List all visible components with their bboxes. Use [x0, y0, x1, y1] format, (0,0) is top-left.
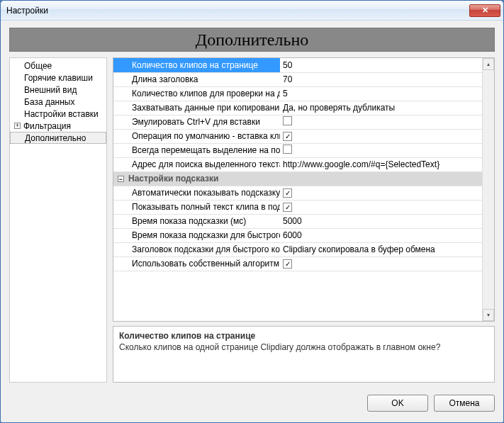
- cancel-button[interactable]: Отмена: [434, 395, 495, 412]
- table-row[interactable]: Время показа подсказки (мс)5000: [113, 214, 494, 228]
- table-row[interactable]: Количество клипов для проверки на дуб5: [113, 86, 494, 101]
- window-body: Дополнительно Общее Горячие клавиши Внеш…: [1, 21, 503, 422]
- nav-tree[interactable]: Общее Горячие клавиши Внешний вид База д…: [9, 57, 107, 383]
- property-value[interactable]: 70: [280, 72, 494, 86]
- tree-line-icon: [14, 85, 24, 94]
- table-row[interactable]: Всегда перемещать выделение на посл: [113, 143, 494, 157]
- window-title: Настройки: [6, 6, 469, 16]
- checkbox[interactable]: ✓: [283, 132, 292, 141]
- property-label: Количество клипов на странице: [113, 58, 280, 72]
- footer: OK Отмена: [9, 383, 495, 414]
- property-value[interactable]: ✓: [280, 256, 494, 271]
- nav-item-3[interactable]: База данных: [10, 96, 106, 108]
- tree-line-icon: [14, 97, 24, 106]
- property-label: Количество клипов для проверки на дуб: [113, 86, 280, 101]
- property-value[interactable]: [280, 143, 494, 157]
- table-row[interactable]: Адрес для поиска выделенного текста вhtt…: [113, 157, 494, 171]
- property-label: Всегда перемещать выделение на посл: [113, 143, 280, 157]
- table-row[interactable]: Автоматически показывать подсказку п✓: [113, 186, 494, 200]
- property-value[interactable]: 6000: [280, 228, 494, 242]
- titlebar[interactable]: Настройки ✕: [1, 1, 503, 21]
- checkbox[interactable]: ✓: [283, 203, 292, 212]
- property-value[interactable]: Да, но проверять дубликаты: [280, 101, 494, 115]
- page-title: Дополнительно: [9, 28, 495, 52]
- property-label: Время показа подсказки для быстрого к: [113, 228, 280, 242]
- checkbox[interactable]: [283, 145, 292, 154]
- checkbox[interactable]: ✓: [283, 188, 292, 198]
- scroll-down-button[interactable]: ▾: [483, 309, 494, 321]
- nav-item-label: Горячие клавиши: [24, 73, 93, 83]
- property-label: Операция по умолчанию - вставка клип: [113, 129, 280, 143]
- table-row[interactable]: Длина заголовка70: [113, 72, 494, 86]
- scroll-up-button[interactable]: ▴: [483, 58, 494, 70]
- table-row[interactable]: Время показа подсказки для быстрого к600…: [113, 228, 494, 242]
- help-text: Сколько клипов на одной странице Clipdia…: [119, 342, 488, 352]
- nav-item-label: Дополнительно: [25, 133, 86, 143]
- nav-item-label: Фильтрация: [23, 121, 71, 131]
- ok-button[interactable]: OK: [367, 395, 428, 412]
- nav-item-label: Общее: [24, 61, 52, 71]
- table-row[interactable]: Захватывать данные при копировании кДа, …: [113, 101, 494, 115]
- tree-line-icon: [15, 133, 25, 142]
- table-row[interactable]: Операция по умолчанию - вставка клип✓: [113, 129, 494, 143]
- right-pane: Количество клипов на странице50Длина заг…: [113, 57, 495, 383]
- help-title: Количество клипов на странице: [119, 331, 488, 341]
- section-row[interactable]: −Настройки подсказки: [113, 171, 494, 186]
- collapse-icon[interactable]: −: [118, 176, 124, 182]
- table-row[interactable]: Показывать полный текст клипа в подск✓: [113, 200, 494, 214]
- property-label: Захватывать данные при копировании к: [113, 101, 280, 115]
- table-row[interactable]: Эмулировать Ctrl+V для вставки: [113, 115, 494, 129]
- chevron-down-icon: ▾: [487, 312, 490, 318]
- tree-line-icon: [14, 73, 24, 82]
- property-value[interactable]: 5000: [280, 214, 494, 228]
- table-row[interactable]: Количество клипов на странице50: [113, 58, 494, 72]
- scrollbar[interactable]: ▴ ▾: [482, 58, 494, 321]
- expand-icon[interactable]: +: [14, 123, 21, 129]
- nav-item-1[interactable]: Горячие клавиши: [10, 72, 106, 84]
- property-label: Автоматически показывать подсказку п: [113, 186, 280, 200]
- property-label: Длина заголовка: [113, 72, 280, 86]
- nav-item-6[interactable]: Дополнительно: [10, 132, 106, 144]
- table-row[interactable]: Использовать собственный алгоритм д✓: [113, 256, 494, 271]
- property-value[interactable]: ✓: [280, 186, 494, 200]
- section-label: Настройки подсказки: [128, 174, 218, 184]
- tree-line-icon: [14, 109, 24, 118]
- close-button[interactable]: ✕: [469, 4, 500, 17]
- property-value[interactable]: [280, 115, 494, 129]
- chevron-up-icon: ▴: [487, 61, 490, 67]
- property-value[interactable]: 50: [280, 58, 494, 72]
- property-label: Использовать собственный алгоритм д: [113, 256, 280, 271]
- checkbox[interactable]: [283, 116, 292, 125]
- nav-item-5[interactable]: +Фильтрация: [10, 120, 106, 132]
- property-label: Время показа подсказки (мс): [113, 214, 280, 228]
- property-value[interactable]: Clipdiary скопировала в буфер обмена: [280, 242, 494, 256]
- nav-item-0[interactable]: Общее: [10, 60, 106, 72]
- property-label: Заголовок подсказки для быстрого копи: [113, 242, 280, 256]
- close-icon: ✕: [482, 6, 488, 15]
- property-value[interactable]: 5: [280, 86, 494, 101]
- tree-line-icon: [14, 61, 24, 70]
- settings-window: Настройки ✕ Дополнительно Общее Горячие …: [0, 0, 504, 423]
- nav-item-label: Внешний вид: [24, 85, 77, 95]
- table-row[interactable]: Заголовок подсказки для быстрого копи Cl…: [113, 242, 494, 256]
- nav-item-4[interactable]: Настройки вставки: [10, 108, 106, 120]
- property-label: Эмулировать Ctrl+V для вставки: [113, 115, 280, 129]
- property-value[interactable]: ✓: [280, 129, 494, 143]
- checkbox[interactable]: ✓: [283, 259, 292, 269]
- property-value[interactable]: http://www.google.com/#q={SelectedText}: [280, 157, 494, 171]
- property-grid[interactable]: Количество клипов на странице50Длина заг…: [113, 57, 495, 322]
- property-label: Адрес для поиска выделенного текста в: [113, 157, 280, 171]
- property-label: Показывать полный текст клипа в подск: [113, 200, 280, 214]
- help-panel: Количество клипов на странице Сколько кл…: [113, 326, 495, 383]
- nav-item-2[interactable]: Внешний вид: [10, 84, 106, 96]
- property-value[interactable]: ✓: [280, 200, 494, 214]
- nav-item-label: Настройки вставки: [24, 109, 99, 119]
- nav-item-label: База данных: [24, 97, 74, 107]
- content-columns: Общее Горячие клавиши Внешний вид База д…: [9, 57, 495, 383]
